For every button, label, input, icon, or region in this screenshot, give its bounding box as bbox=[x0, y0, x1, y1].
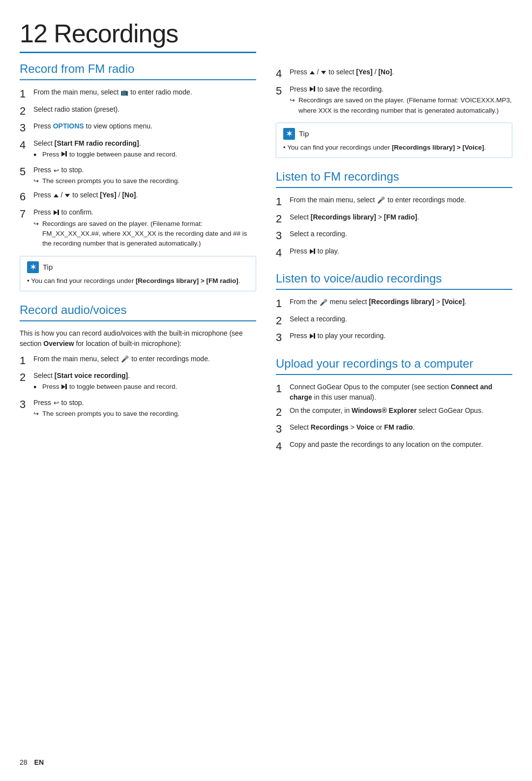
up-arrow-icon bbox=[54, 194, 59, 197]
audio-step-3-sublist: ↪ The screen prompts you to save the rec… bbox=[33, 409, 256, 419]
voice-link: Voice bbox=[356, 423, 374, 431]
audio-cont-step-5-sublist: ↪ Recordings are saved on the player. (F… bbox=[290, 95, 512, 116]
section-listen-voice: Listen to voice/audio recordings 1 From … bbox=[276, 272, 512, 345]
tip-box-1: ✶ Tip • You can find your recordings und… bbox=[20, 256, 256, 291]
step-7: 7 Press to confirm. ↪ Recordings are sav… bbox=[20, 207, 256, 250]
fm-radio-label: [FM radio] bbox=[384, 213, 417, 221]
section-divider-4 bbox=[276, 289, 512, 290]
bullet-dot: • bbox=[33, 150, 42, 161]
tip-star-icon-2: ✶ bbox=[283, 128, 295, 140]
step-content-7: Press to confirm. ↪ Recordings are saved… bbox=[33, 207, 256, 250]
audio-record-steps: 1 From the main menu, select 🎤 to enter … bbox=[20, 354, 256, 420]
step-1: 1 From the main menu, select 📺 to enter … bbox=[20, 87, 256, 101]
upload-step-4: 4 Copy and paste the recordings to any l… bbox=[276, 439, 512, 454]
listen-voice-step-1: 1 From the 🎤 menu select [Recordings lib… bbox=[276, 297, 512, 311]
listen-fm-step-num-2: 2 bbox=[276, 212, 290, 226]
listen-fm-step-content-1: From the main menu, select 🎤 to enter re… bbox=[290, 195, 512, 205]
listen-fm-step-3: 3 Select a recording. bbox=[276, 229, 512, 243]
tip-content-1: • You can find your recordings under [Re… bbox=[27, 276, 249, 286]
step-5-sub-1: ↪ The screen prompts you to save the rec… bbox=[33, 176, 256, 186]
tip-content-2: • You can find your recordings under [Re… bbox=[283, 143, 505, 153]
left-column: 12 Recordings Record from FM radio 1 Fro… bbox=[20, 20, 256, 761]
audio-step-3-sub-1: ↪ The screen prompts you to save the rec… bbox=[33, 409, 256, 419]
listen-fm-step-content-2: Select [Recordings library] > [FM radio]… bbox=[290, 212, 512, 222]
upload-step-3: 3 Select Recordings > Voice or FM radio. bbox=[276, 422, 512, 437]
section-divider-2 bbox=[20, 320, 256, 321]
audio-cont-step-num-5: 5 bbox=[276, 84, 290, 98]
step-num-2: 2 bbox=[20, 104, 33, 119]
listen-fm-step-num-4: 4 bbox=[276, 246, 290, 260]
audio-step-content-3: Press ↩ to stop. ↪ The screen prompts yo… bbox=[33, 398, 256, 420]
listen-fm-step-2: 2 Select [Recordings library] > [FM radi… bbox=[276, 212, 512, 226]
audio-step-num-2: 2 bbox=[20, 371, 33, 385]
listen-voice-step-2: 2 Select a recording. bbox=[276, 314, 512, 328]
section-divider-1 bbox=[20, 79, 256, 80]
step-num-7: 7 bbox=[20, 207, 33, 221]
upload-step-1: 1 Connect GoGear Opus to the computer (s… bbox=[276, 382, 512, 403]
upload-step-num-1: 1 bbox=[276, 382, 290, 396]
audio-cont-step-5: 5 Press to save the recording. ↪ Recordi… bbox=[276, 84, 512, 117]
step-num-3: 3 bbox=[20, 121, 33, 135]
play-pause-icon bbox=[61, 150, 67, 159]
footer: 28 EN bbox=[20, 758, 44, 766]
step-5-sublist: ↪ The screen prompts you to save the rec… bbox=[33, 176, 256, 186]
audio-step-2-sub-text: Press to toggle between pause and record… bbox=[42, 382, 177, 392]
play-pause-icon-3 bbox=[61, 382, 67, 392]
step-num-6: 6 bbox=[20, 190, 33, 204]
fm-record-steps: 1 From the main menu, select 📺 to enter … bbox=[20, 87, 256, 250]
section-title-listen-fm: Listen to FM recordings bbox=[276, 170, 512, 184]
page-container: 12 Recordings Record from FM radio 1 Fro… bbox=[0, 0, 532, 781]
step-7-sublist: ↪ Recordings are saved on the player. (F… bbox=[33, 219, 256, 249]
arrow-bullet: ↪ bbox=[33, 176, 42, 186]
tip-label-2: Tip bbox=[299, 129, 309, 138]
arrow-bullet-3: ↪ bbox=[33, 409, 42, 419]
audio-step-2-sub-1: • Press to toggle between pause and reco… bbox=[33, 382, 256, 393]
listen-fm-step-content-3: Select a recording. bbox=[290, 229, 512, 239]
step-4-sub-1: • Press to toggle between pause and reco… bbox=[33, 150, 256, 161]
step-content-5: Press ↩ to stop. ↪ The screen prompts yo… bbox=[33, 165, 256, 187]
audio-step-1: 1 From the main menu, select 🎤 to enter … bbox=[20, 354, 256, 368]
up-arrow-icon-2 bbox=[310, 71, 315, 74]
radio-icon: 📺 bbox=[120, 89, 128, 96]
step-5: 5 Press ↩ to stop. ↪ The screen prompts … bbox=[20, 165, 256, 187]
connect-charge-link: Connect and charge bbox=[290, 383, 492, 401]
section-title-upload: Upload your recordings to a computer bbox=[276, 357, 512, 371]
section-divider-5 bbox=[276, 374, 512, 375]
tip-label-1: Tip bbox=[43, 263, 53, 271]
section-title-listen-voice: Listen to voice/audio recordings bbox=[276, 272, 512, 286]
listen-voice-step-content-2: Select a recording. bbox=[290, 314, 512, 324]
audio-cont-step-content-4: Press / to select [Yes] / [No]. bbox=[290, 67, 512, 77]
play-pause-icon-2 bbox=[54, 208, 59, 218]
audio-cont-step-4: 4 Press / to select [Yes] / [No]. bbox=[276, 67, 512, 81]
arrow-bullet-2: ↪ bbox=[33, 219, 42, 229]
tip-box-2: ✶ Tip • You can find your recordings und… bbox=[276, 123, 512, 158]
recordings-library-voice-label: [Recordings library] bbox=[369, 298, 434, 306]
audio-cont-step-5-sub-1: ↪ Recordings are saved on the player. (F… bbox=[290, 95, 512, 116]
step-content-1: From the main menu, select 📺 to enter ra… bbox=[33, 87, 256, 97]
section-record-fm: Record from FM radio 1 From the main men… bbox=[20, 62, 256, 291]
section-upload: Upload your recordings to a computer 1 C… bbox=[276, 357, 512, 454]
arrow-bullet-4: ↪ bbox=[290, 95, 298, 105]
right-column: 4 Press / to select [Yes] / [No]. 5 Pres… bbox=[276, 20, 512, 761]
step-2: 2 Select radio station (preset). bbox=[20, 104, 256, 119]
start-voice-label: [Start voice recording] bbox=[55, 372, 128, 379]
title-divider bbox=[20, 52, 256, 53]
step-7-sub-1: ↪ Recordings are saved on the player. (F… bbox=[33, 219, 256, 249]
listen-fm-step-content-4: Press to play. bbox=[290, 246, 512, 257]
overview-link: Overview bbox=[43, 340, 74, 347]
audio-step-2-sublist: • Press to toggle between pause and reco… bbox=[33, 382, 256, 393]
section-listen-fm: Listen to FM recordings 1 From the main … bbox=[276, 170, 512, 260]
no-label: [No] bbox=[122, 191, 136, 199]
back-arrow-icon-2: ↩ bbox=[54, 398, 59, 408]
listen-voice-step-3: 3 Press to play your recording. bbox=[276, 331, 512, 345]
listen-voice-step-num-1: 1 bbox=[276, 297, 290, 311]
footer-page-number: 28 bbox=[20, 758, 28, 766]
mic-icon-2: 🎤 bbox=[377, 195, 385, 205]
footer-lang: EN bbox=[34, 758, 44, 766]
step-num-5: 5 bbox=[20, 165, 33, 179]
audio-cont-step-content-5: Press to save the recording. ↪ Recording… bbox=[290, 84, 512, 117]
audio-step-num-3: 3 bbox=[20, 398, 33, 412]
audio-step-3: 3 Press ↩ to stop. ↪ The screen prompts … bbox=[20, 398, 256, 420]
windows-explorer-link: Windows® Explorer bbox=[352, 406, 416, 414]
audio-step-3-sub-text: The screen prompts you to save the recor… bbox=[42, 409, 179, 419]
